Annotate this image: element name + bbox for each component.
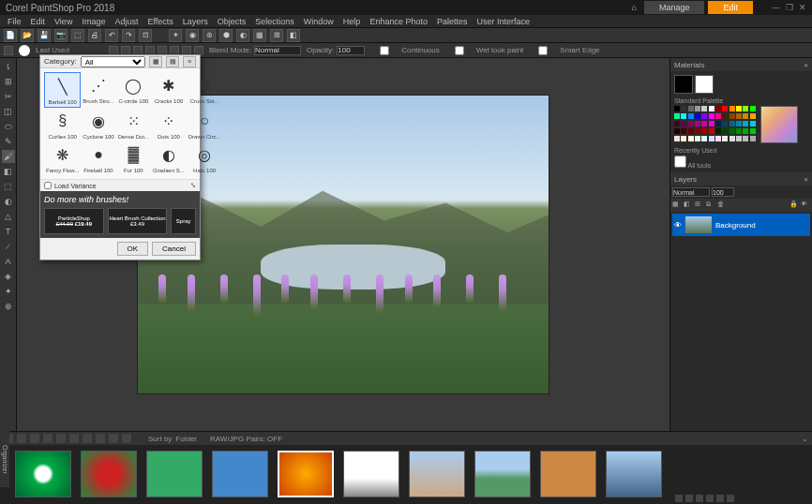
view-small-icon[interactable]: ▤ <box>166 56 179 67</box>
shape-opt[interactable] <box>170 46 179 55</box>
menu-palettes[interactable]: Palettes <box>433 17 472 26</box>
shape-opt[interactable] <box>194 46 203 55</box>
sortby-value[interactable]: Folder <box>175 435 197 443</box>
undo-icon[interactable]: ↶ <box>105 29 118 42</box>
camera-icon[interactable]: 📷 <box>54 29 68 42</box>
brush-item[interactable]: ◯C-circle 100 <box>116 72 151 108</box>
thumb-item[interactable] <box>343 451 399 497</box>
promo-particleshop[interactable]: ParticleShop £44.99 £19.49 <box>44 208 104 234</box>
thumb-item-selected[interactable] <box>278 451 334 497</box>
status-icon[interactable] <box>706 495 714 502</box>
org-btn[interactable] <box>30 434 39 443</box>
ok-button[interactable]: OK <box>117 242 149 256</box>
org-btn[interactable] <box>109 434 118 443</box>
tool-mesh[interactable]: ◈ <box>2 270 15 283</box>
tool-dropper[interactable]: ⬭ <box>2 120 15 133</box>
tool-icon[interactable]: ⊞ <box>270 29 283 42</box>
menu-user-interface[interactable]: User Interface <box>473 17 534 26</box>
brush-item[interactable]: ▓Fur 100 <box>116 141 151 175</box>
alltools-checkbox[interactable] <box>674 156 686 168</box>
category-select[interactable]: All <box>81 56 145 67</box>
tool-icon[interactable]: ▦ <box>253 29 266 42</box>
layer-vis-icon[interactable]: 👁 <box>801 200 810 210</box>
shape-opt[interactable] <box>145 46 155 55</box>
tool-icon[interactable]: ◧ <box>287 29 300 42</box>
rawjpg-label[interactable]: RAW/JPG Pairs: OFF <box>210 435 282 443</box>
tool-add[interactable]: ⊕ <box>2 300 15 313</box>
tool-paintbrush[interactable]: 🖌 <box>2 150 15 163</box>
brush-item[interactable]: ◎Halo 100 <box>187 141 223 175</box>
brush-item[interactable]: ◉Cyclone 100 <box>81 108 115 141</box>
menu-help[interactable]: Help <box>339 17 365 26</box>
view-list-icon[interactable]: ≡ <box>183 56 196 67</box>
menu-layers[interactable]: Layers <box>179 17 212 26</box>
status-icon[interactable] <box>696 495 703 502</box>
menu-enhance-photo[interactable]: Enhance Photo <box>366 17 431 26</box>
shape-opt[interactable] <box>109 46 118 55</box>
resize-handle-icon[interactable]: ⤡ <box>190 182 196 189</box>
status-icon[interactable] <box>685 495 693 502</box>
load-variance-checkbox[interactable] <box>44 182 52 189</box>
status-icon[interactable] <box>716 495 724 502</box>
tool-icon[interactable]: ◉ <box>186 29 199 42</box>
tool-icon[interactable]: ⬢ <box>219 29 233 42</box>
layer-row[interactable]: 👁 Background <box>672 214 810 236</box>
org-btn[interactable] <box>43 434 53 443</box>
thumb-item[interactable] <box>474 451 531 497</box>
opacity-input[interactable] <box>337 46 365 55</box>
layer-lock-icon[interactable]: 🔒 <box>789 200 799 210</box>
menu-edit[interactable]: Edit <box>27 17 50 26</box>
layer-mask-icon[interactable]: ◧ <box>684 200 693 210</box>
continuous-checkbox[interactable] <box>370 46 398 55</box>
org-btn[interactable] <box>96 434 105 443</box>
panel-close-icon[interactable]: × <box>804 61 808 69</box>
tool-crop[interactable]: ✂ <box>2 90 15 103</box>
redo-icon[interactable]: ↷ <box>122 29 135 42</box>
tab-edit[interactable]: Edit <box>708 1 753 14</box>
shape-opt[interactable] <box>182 46 191 55</box>
promo-spray[interactable]: Spray <box>171 208 196 234</box>
cancel-button[interactable]: Cancel <box>152 242 196 256</box>
save-icon[interactable]: 💾 <box>38 29 51 42</box>
menu-selections[interactable]: Selections <box>251 17 298 26</box>
color-palette[interactable] <box>674 106 757 143</box>
view-large-icon[interactable]: ▦ <box>149 56 162 67</box>
layer-dup-icon[interactable]: ⧉ <box>706 200 715 210</box>
tool-icon[interactable]: ⊛ <box>203 29 216 42</box>
status-icon[interactable] <box>727 495 734 502</box>
menu-file[interactable]: File <box>4 17 25 26</box>
print-icon[interactable]: 🖨 <box>88 29 101 42</box>
org-btn[interactable] <box>83 434 92 443</box>
tool-star[interactable]: ✦ <box>2 285 15 298</box>
thumb-item[interactable] <box>146 451 203 497</box>
layer-visibility-icon[interactable]: 👁 <box>674 221 682 230</box>
menu-effects[interactable]: Effects <box>143 17 176 26</box>
brush-tip-preview[interactable] <box>19 45 30 56</box>
thumb-item[interactable] <box>409 451 465 497</box>
menu-objects[interactable]: Objects <box>214 17 250 26</box>
wetlook-checkbox[interactable] <box>445 46 474 55</box>
tool-fill[interactable]: ◐ <box>2 195 15 208</box>
scan-icon[interactable]: ⬚ <box>71 29 84 42</box>
brush-item[interactable]: ⁘Dots 100 <box>151 108 187 141</box>
menu-image[interactable]: Image <box>78 17 109 26</box>
tool-line[interactable]: ⟋ <box>2 240 15 253</box>
close-icon[interactable]: ✕ <box>799 3 806 12</box>
org-btn[interactable] <box>56 434 66 443</box>
brush-item[interactable]: ⁙Dense Dot... <box>116 108 151 141</box>
menu-window[interactable]: Window <box>300 17 338 26</box>
tool-shape[interactable]: △ <box>2 210 15 223</box>
promo-heartbrush[interactable]: Heart Brush Collection £3.49 <box>108 208 168 234</box>
tool-a[interactable]: A <box>2 255 15 268</box>
tab-manage[interactable]: Manage <box>644 1 705 14</box>
brush-item[interactable]: ❋Fancy Flow... <box>44 141 81 175</box>
brush-item[interactable]: ✱Cracks 100 <box>151 72 187 108</box>
thumb-item[interactable] <box>15 451 71 497</box>
minimize-icon[interactable]: — <box>772 3 780 12</box>
tool-pencil[interactable]: ✎ <box>2 135 15 148</box>
shape-opt[interactable] <box>158 46 167 55</box>
open-icon[interactable]: 📂 <box>21 29 34 42</box>
panel-close-icon[interactable]: × <box>804 175 808 184</box>
brush-item[interactable]: ●Fireball 100 <box>81 141 115 175</box>
blend-mode-select[interactable] <box>254 46 301 55</box>
